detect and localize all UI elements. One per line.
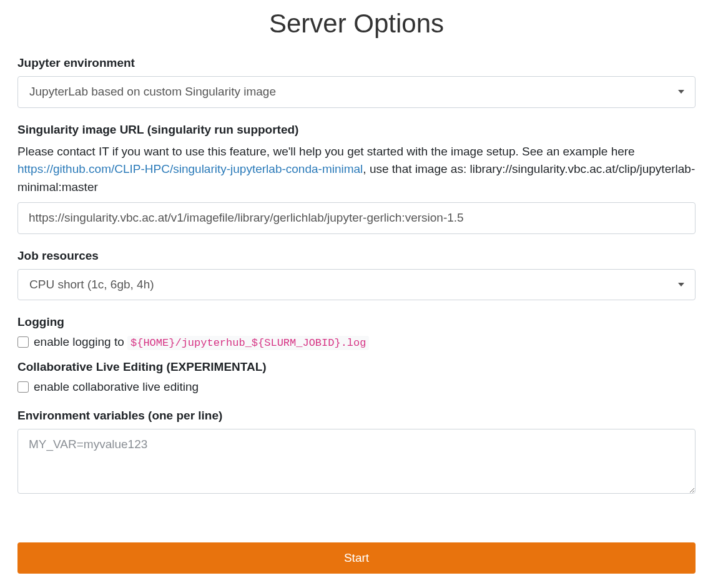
- logging-label: Logging: [17, 315, 696, 329]
- collab-label: Collaborative Live Editing (EXPERIMENTAL…: [17, 360, 696, 374]
- page-title: Server Options: [17, 9, 696, 39]
- job-resources-select[interactable]: CPU short (1c, 6gb, 4h): [17, 269, 696, 301]
- logging-checkbox[interactable]: [17, 336, 29, 348]
- singularity-url-help-prefix: Please contact IT if you want to use thi…: [17, 145, 635, 158]
- singularity-example-link[interactable]: https://github.com/CLIP-HPC/singularity-…: [17, 162, 363, 175]
- jupyter-environment-select[interactable]: JupyterLab based on custom Singularity i…: [17, 76, 696, 108]
- logging-checkbox-text: enable logging to: [34, 335, 127, 348]
- singularity-url-label: Singularity image URL (singularity run s…: [17, 123, 696, 137]
- singularity-url-help: Please contact IT if you want to use thi…: [17, 143, 696, 197]
- jupyter-environment-label: Jupyter environment: [17, 56, 696, 70]
- logging-checkbox-label: enable logging to ${HOME}/jupyterhub_${S…: [34, 335, 369, 349]
- collab-checkbox[interactable]: [17, 381, 29, 393]
- job-resources-label: Job resources: [17, 249, 696, 263]
- collab-checkbox-label: enable collaborative live editing: [34, 380, 199, 394]
- job-resources-select-wrapper: CPU short (1c, 6gb, 4h): [17, 269, 696, 301]
- env-vars-textarea[interactable]: [17, 429, 696, 494]
- singularity-url-input[interactable]: [17, 202, 696, 234]
- jupyter-environment-select-wrapper: JupyterLab based on custom Singularity i…: [17, 76, 696, 108]
- logging-path-code: ${HOME}/jupyterhub_${SLURM_JOBID}.log: [127, 336, 369, 350]
- env-vars-label: Environment variables (one per line): [17, 409, 696, 423]
- start-button[interactable]: Start: [17, 542, 696, 574]
